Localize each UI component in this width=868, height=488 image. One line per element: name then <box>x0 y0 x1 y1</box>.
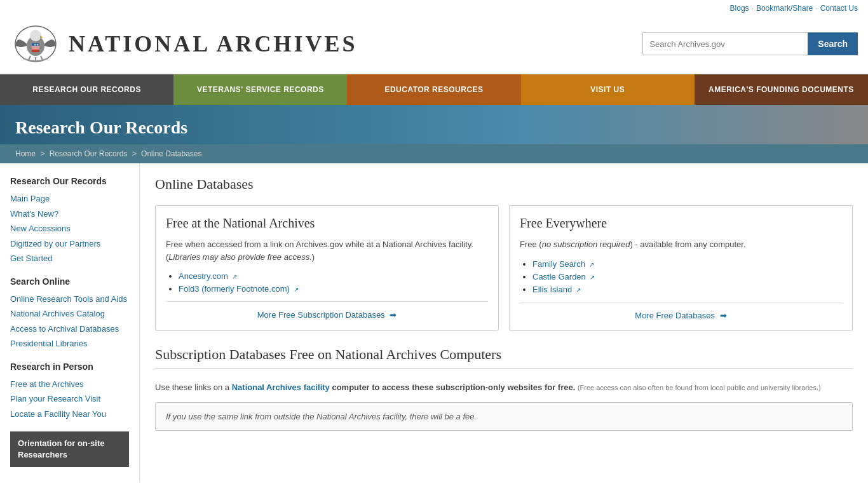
sep2: · <box>815 4 817 13</box>
ellis-island-link[interactable]: Ellis Island <box>532 285 572 294</box>
top-bar: Blogs · Bookmark/Share · Contact Us <box>0 0 868 17</box>
nav-veterans[interactable]: VETERANS' SERVICE RECORDS <box>173 74 347 105</box>
sidebar-catalog[interactable]: National Archives Catalog <box>10 306 129 322</box>
castle-garden-link[interactable]: Castle Garden <box>532 272 586 281</box>
ancestry-link[interactable]: Ancestry.com <box>179 271 228 281</box>
breadcrumb-sep2: > <box>132 149 139 158</box>
breadcrumb-sep1: > <box>40 149 46 158</box>
breadcrumb-home[interactable]: Home <box>15 149 36 158</box>
nav-visit[interactable]: VISIT US <box>521 74 695 105</box>
breadcrumb-section[interactable]: Research Our Records <box>50 149 128 158</box>
card1-title: Free at the National Archives <box>166 216 488 231</box>
card-free-national-archives: Free at the National Archives Free when … <box>155 205 499 331</box>
ext-icon-castle: ↗ <box>590 274 595 281</box>
card2-title: Free Everywhere <box>520 216 842 231</box>
main-content: Online Databases Free at the National Ar… <box>140 163 868 481</box>
breadcrumb-current: Online Databases <box>141 149 201 158</box>
site-title: NATIONAL ARCHIVES <box>69 30 357 57</box>
sidebar-main-page[interactable]: Main Page <box>10 191 129 207</box>
ext-icon-fold3: ↗ <box>294 286 299 293</box>
subscription-title: Subscription Databases Free on National … <box>155 346 853 369</box>
ext-icon-ellis: ↗ <box>576 287 581 294</box>
breadcrumb: Home > Research Our Records > Online Dat… <box>0 144 868 163</box>
eagle-logo: ★★ <box>10 22 61 66</box>
main-layout: Research Our Records Main Page What's Ne… <box>0 163 868 481</box>
main-nav: RESEARCH OUR RECORDS VETERANS' SERVICE R… <box>0 74 868 105</box>
cards-row: Free at the National Archives Free when … <box>155 205 853 331</box>
sidebar-new-accessions[interactable]: New Accessions <box>10 221 129 236</box>
arrow-icon2: ➡ <box>720 311 727 320</box>
sidebar-section1-title: Research Our Records <box>10 176 129 186</box>
arrow-icon1: ➡ <box>390 310 397 320</box>
card2-links: Family Search ↗ Castle Garden ↗ Ellis Is… <box>520 259 842 294</box>
more-free-subscription-link[interactable]: More Free Subscription Databases ➡ <box>257 310 397 320</box>
card2-footer: More Free Databases ➡ <box>520 302 842 320</box>
facility-link[interactable]: National Archives facility <box>232 383 330 392</box>
familysearch-link[interactable]: Family Search <box>532 259 585 269</box>
logo-area: ★★ NATIONAL ARCHIVES <box>10 22 357 66</box>
sidebar-presidential-libraries[interactable]: Presidential Libraries <box>10 336 129 351</box>
sidebar-free-archives[interactable]: Free at the Archives <box>10 377 129 392</box>
search-area: Search <box>642 32 858 55</box>
sidebar-online-tools[interactable]: Online Research Tools and Aids <box>10 292 129 307</box>
card2-desc: Free (no subscription required) - availa… <box>520 238 842 251</box>
subscription-small-note: (Free access can also often be found fro… <box>578 384 821 391</box>
ext-icon-familysearch: ↗ <box>589 261 594 268</box>
page-header-banner: Research Our Records <box>0 105 868 144</box>
sidebar-whats-new[interactable]: What's New? <box>10 207 129 222</box>
card1-footer: More Free Subscription Databases ➡ <box>166 301 488 320</box>
warning-box: If you use the same link from outside th… <box>155 402 853 431</box>
sidebar-section3-title: Research in Person <box>10 362 129 372</box>
fold3-link[interactable]: Fold3 (formerly Footnote.com) <box>179 284 290 294</box>
sidebar-section2-title: Search Online <box>10 276 129 287</box>
contact-link[interactable]: Contact Us <box>820 4 858 13</box>
blogs-link[interactable]: Blogs <box>730 4 749 13</box>
bookmark-link[interactable]: Bookmark/Share <box>756 4 813 13</box>
subscription-desc: Use these links on a National Archives f… <box>155 381 853 394</box>
sidebar: Research Our Records Main Page What's Ne… <box>0 163 140 481</box>
more-free-databases-link[interactable]: More Free Databases ➡ <box>635 311 726 320</box>
svg-point-2 <box>30 30 41 41</box>
svg-text:★★: ★★ <box>34 43 39 46</box>
orientation-box[interactable]: Orientation for on-site Researchers <box>10 431 129 467</box>
nav-founding[interactable]: AMERICA'S FOUNDING DOCUMENTS <box>695 74 868 105</box>
sep1: · <box>752 4 754 13</box>
sidebar-digitized-partners[interactable]: Digitized by our Partners <box>10 236 129 252</box>
ext-icon-ancestry: ↗ <box>232 273 237 280</box>
sidebar-plan-visit[interactable]: Plan your Research Visit <box>10 391 129 407</box>
card-free-everywhere: Free Everywhere Free (no subscription re… <box>509 205 853 331</box>
sidebar-locate-facility[interactable]: Locate a Facility Near You <box>10 407 129 422</box>
site-header: ★★ NATIONAL ARCHIVES Search <box>0 17 868 74</box>
search-input[interactable] <box>642 32 808 55</box>
search-button[interactable]: Search <box>808 32 858 55</box>
sidebar-archival-databases[interactable]: Access to Archival Databases <box>10 322 129 337</box>
card1-links: Ancestry.com ↗ Fold3 (formerly Footnote.… <box>166 271 488 294</box>
page-header-title: Research Our Records <box>15 118 853 138</box>
sidebar-get-started[interactable]: Get Started <box>10 251 129 266</box>
card1-desc: Free when accessed from a link on Archiv… <box>166 238 488 263</box>
content-title: Online Databases <box>155 176 853 193</box>
nav-educator[interactable]: EDUCATOR RESOURCES <box>347 74 520 105</box>
svg-marker-3 <box>40 36 43 38</box>
nav-research[interactable]: RESEARCH OUR RECORDS <box>0 74 173 105</box>
